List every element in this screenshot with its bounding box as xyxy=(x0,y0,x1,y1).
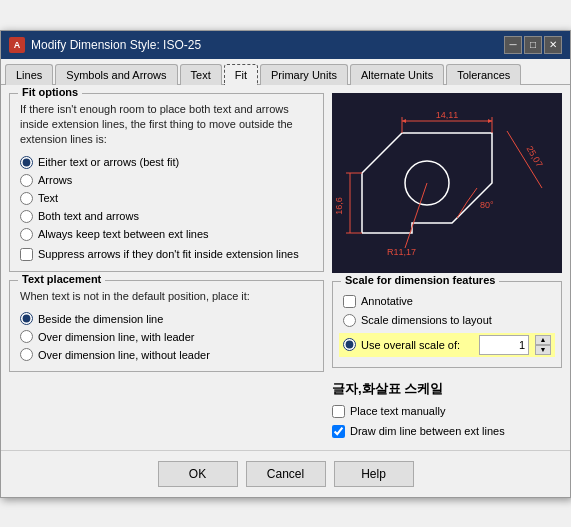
fit-options-group: Fit options If there isn't enough room t… xyxy=(9,93,324,272)
tab-tolerances[interactable]: Tolerances xyxy=(446,64,521,85)
overall-scale-spinner: ▲ ▼ xyxy=(535,335,551,355)
tab-alternate-units[interactable]: Alternate Units xyxy=(350,64,444,85)
radio-always-keep[interactable]: Always keep text between ext lines xyxy=(20,228,313,241)
tab-symbols-arrows[interactable]: Symbols and Arrows xyxy=(55,64,177,85)
radio-both-label: Both text and arrows xyxy=(38,210,139,222)
scale-to-layout-label: Scale dimensions to layout xyxy=(361,314,492,326)
use-overall-label: Use overall scale of: xyxy=(361,339,460,351)
text-placement-group: Text placement When text is not in the d… xyxy=(9,280,324,372)
maximize-button[interactable]: □ xyxy=(524,36,542,54)
radio-arrows[interactable]: Arrows xyxy=(20,174,313,187)
radio-beside-label: Beside the dimension line xyxy=(38,313,163,325)
radio-over-with-leader[interactable]: Over dimension line, with leader xyxy=(20,330,313,343)
fine-tuning-label: 글자,화살표 스케일 xyxy=(332,380,562,398)
radio-over-without-leader-label: Over dimension line, without leader xyxy=(38,349,210,361)
main-window: A Modify Dimension Style: ISO-25 ─ □ ✕ L… xyxy=(0,30,571,498)
tab-text[interactable]: Text xyxy=(180,64,222,85)
cancel-button[interactable]: Cancel xyxy=(246,461,326,487)
title-controls: ─ □ ✕ xyxy=(504,36,562,54)
use-overall-radio[interactable]: Use overall scale of: xyxy=(343,338,473,351)
tab-bar: Lines Symbols and Arrows Text Fit Primar… xyxy=(1,59,570,85)
radio-either-text-arrows[interactable]: Either text or arrows (best fit) xyxy=(20,156,313,169)
left-panel: Fit options If there isn't enough room t… xyxy=(9,93,324,438)
tab-primary-units[interactable]: Primary Units xyxy=(260,64,348,85)
place-manually-label: Place text manually xyxy=(350,405,445,417)
fit-options-label: Fit options xyxy=(18,86,82,98)
scale-group-label: Scale for dimension features xyxy=(341,274,499,286)
radio-both[interactable]: Both text and arrows xyxy=(20,210,313,223)
draw-dim-line-label: Draw dim line between ext lines xyxy=(350,425,505,437)
suppress-arrows-label: Suppress arrows if they don't fit inside… xyxy=(38,247,299,261)
close-button[interactable]: ✕ xyxy=(544,36,562,54)
radio-beside[interactable]: Beside the dimension line xyxy=(20,312,313,325)
help-button[interactable]: Help xyxy=(334,461,414,487)
radio-text-label: Text xyxy=(38,192,58,204)
window-title: Modify Dimension Style: ISO-25 xyxy=(31,38,201,52)
annotative-label: Annotative xyxy=(361,295,413,307)
svg-rect-0 xyxy=(332,93,562,273)
overall-scale-input[interactable] xyxy=(479,335,529,355)
text-placement-radio-group: Beside the dimension line Over dimension… xyxy=(20,312,313,361)
main-content: Fit options If there isn't enough room t… xyxy=(1,85,570,446)
suppress-arrows-checkbox[interactable]: Suppress arrows if they don't fit inside… xyxy=(20,247,313,261)
fine-tuning: 글자,화살표 스케일 Place text manually Draw dim … xyxy=(332,380,562,438)
radio-either-text-arrows-label: Either text or arrows (best fit) xyxy=(38,156,179,168)
text-placement-label: Text placement xyxy=(18,273,105,285)
preview-box: 14,11 16,6 25,07 80° R11,17 xyxy=(332,93,562,273)
preview-svg: 14,11 16,6 25,07 80° R11,17 xyxy=(332,93,562,273)
title-bar: A Modify Dimension Style: ISO-25 ─ □ ✕ xyxy=(1,31,570,59)
dim-radius: R11,17 xyxy=(387,247,416,257)
right-panel: 14,11 16,6 25,07 80° R11,17 xyxy=(332,93,562,438)
radio-always-keep-label: Always keep text between ext lines xyxy=(38,228,209,240)
place-manually-checkbox[interactable]: Place text manually xyxy=(332,404,562,418)
app-icon: A xyxy=(9,37,25,53)
radio-over-with-leader-label: Over dimension line, with leader xyxy=(38,331,195,343)
fit-options-description: If there isn't enough room to place both… xyxy=(20,102,313,148)
scale-group: Scale for dimension features Annotative … xyxy=(332,281,562,368)
use-overall-row: Use overall scale of: ▲ ▼ xyxy=(339,333,555,357)
radio-over-without-leader[interactable]: Over dimension line, without leader xyxy=(20,348,313,361)
dim-left: 16,6 xyxy=(334,197,344,215)
minimize-button[interactable]: ─ xyxy=(504,36,522,54)
text-placement-description: When text is not in the default position… xyxy=(20,289,313,304)
annotative-checkbox[interactable]: Annotative xyxy=(343,294,551,308)
dim-top: 14,11 xyxy=(436,110,459,120)
ok-button[interactable]: OK xyxy=(158,461,238,487)
scale-to-layout-radio[interactable]: Scale dimensions to layout xyxy=(343,314,551,327)
spinner-up[interactable]: ▲ xyxy=(535,335,551,345)
tab-fit[interactable]: Fit xyxy=(224,64,258,85)
radio-arrows-label: Arrows xyxy=(38,174,72,186)
tab-lines[interactable]: Lines xyxy=(5,64,53,85)
dim-angle: 80° xyxy=(480,200,494,210)
radio-text[interactable]: Text xyxy=(20,192,313,205)
title-bar-left: A Modify Dimension Style: ISO-25 xyxy=(9,37,201,53)
footer: OK Cancel Help xyxy=(1,450,570,497)
draw-dim-line-checkbox[interactable]: Draw dim line between ext lines xyxy=(332,424,562,438)
fit-radio-group: Either text or arrows (best fit) Arrows … xyxy=(20,156,313,241)
scale-options: Annotative Scale dimensions to layout Us… xyxy=(343,294,551,357)
spinner-down[interactable]: ▼ xyxy=(535,345,551,355)
